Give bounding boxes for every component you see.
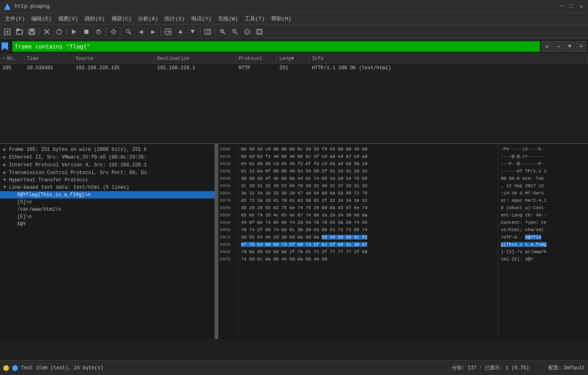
filter-apply-btn[interactable]: →	[553, 41, 564, 52]
menu-item-4[interactable]: 捕获(C)	[108, 13, 135, 24]
svg-marker-39	[2, 42, 8, 51]
tree-item-s[interactable]: [S]\n	[0, 199, 215, 206]
ascii-row-13: g{This_i s_a_f10g	[501, 241, 586, 248]
toolbar-reload-btn[interactable]	[53, 26, 65, 38]
menu-item-3[interactable]: 跳转(G)	[81, 13, 108, 24]
status-stats: 分组: 137 · 已显示: 1 (0.7%)	[452, 364, 529, 371]
status-dot-yellow	[3, 365, 9, 371]
menu-item-6[interactable]: 统计(S)	[161, 13, 188, 24]
menu-item-7[interactable]: 电话(Y)	[188, 13, 215, 24]
ascii-row-6: :14:36 G MT·Serv	[501, 190, 586, 197]
toolbar-close-file-btn[interactable]	[41, 26, 53, 38]
toolbar-prev-btn[interactable]: ◀	[135, 26, 147, 38]
col-header-len[interactable]: Leng▼	[277, 54, 309, 63]
filter-clear-btn[interactable]: ✕	[542, 41, 552, 52]
menu-item-2[interactable]: 视图(V)	[55, 13, 81, 24]
ascii-row-2: ···P··@·······P·	[501, 160, 586, 168]
hex-offset-0020: 0020	[220, 160, 237, 168]
toolbar-open-btn[interactable]	[14, 26, 25, 38]
ascii-row-3: ······HT TP/1.1 2	[501, 168, 586, 175]
cell-proto: HTTP	[236, 65, 277, 71]
col-header-dest[interactable]: Destination	[155, 54, 236, 63]
ascii-row-8: 8 (Ubunt u)·Cont	[501, 204, 586, 212]
tree-item-frame[interactable]: ▶ Frame 105: 251 bytes on wire (2008 bit…	[0, 146, 215, 153]
hex-offset-0050: 0050	[220, 182, 237, 190]
menu-item-9[interactable]: 工具(T)	[241, 13, 268, 24]
ascii-row-10: Content- Type: te	[501, 219, 586, 226]
tree-item-path[interactable]: /var/www/html\n	[0, 206, 215, 213]
cell-no: 105	[0, 65, 24, 71]
tree-label-http: Hypertext Transfer Protocol	[9, 177, 88, 183]
menu-item-0[interactable]: 文件(F)	[2, 13, 28, 24]
menu-item-1[interactable]: 编辑(E)	[28, 13, 55, 24]
hex-offset-0040: 0040	[220, 175, 237, 182]
menu-item-8[interactable]: 无线(W)	[215, 13, 241, 24]
tree-label-frame: Frame 105: 251 bytes on wire (2008 bits)…	[9, 147, 147, 152]
col-header-time[interactable]: Time	[24, 54, 73, 63]
toolbar-new-btn[interactable]	[2, 26, 13, 38]
toolbar-restart-btn[interactable]	[93, 26, 104, 38]
toolbar-start-btn[interactable]	[68, 26, 80, 38]
hex-row-8: 38 20 28 55 62 75 6e 74 75 29 0d 0a 43 6…	[241, 204, 496, 212]
tree-item-http[interactable]: ▼ Hypertext Transfer Protocol	[0, 176, 215, 184]
svg-rect-38	[258, 30, 261, 33]
tree-item-xaty[interactable]: X@Y	[0, 221, 215, 228]
toolbar-columns-btn[interactable]	[202, 26, 213, 38]
hex-panels: 0000 0010 0020 0030 0040 0050 0060 0070 …	[218, 144, 588, 339]
svg-point-15	[112, 30, 115, 33]
filter-input[interactable]	[12, 41, 540, 52]
toolbar-zoom-reset-btn[interactable]: 1:1	[241, 26, 253, 38]
ascii-row-9: ent-Leng th: 49··	[501, 212, 586, 219]
col-header-source[interactable]: Source	[73, 54, 155, 63]
title-bar: http.pcapng ─ □ ✕	[0, 0, 588, 13]
tree-item-ip[interactable]: ▶ Internet Protocol Version 4, Src: 192.…	[0, 161, 215, 169]
hex-row-11: 78 74 2f 68 74 6d 6c 3b 20 63 68 61 72 7…	[241, 226, 496, 234]
col-header-no[interactable]: + No.	[0, 54, 24, 63]
ascii-row-4: 00 OK·D ate: Tue	[501, 175, 586, 182]
svg-line-33	[235, 32, 237, 34]
toolbar-zoom-in-btn[interactable]	[217, 26, 228, 38]
ascii-row-12: =UTF-8·· X@Yfla	[501, 234, 586, 241]
tree-label-e: [E]\n	[17, 214, 32, 220]
hex-row-15: 74 6d 6c 0a 5b 45 5d 0a 58 40 59	[241, 256, 496, 263]
table-row[interactable]: 105 20.538401 192.168.228.135 192.168.22…	[0, 64, 588, 73]
menu-item-5[interactable]: 分析(A)	[135, 13, 161, 24]
toolbar-down-btn[interactable]: ▼	[187, 26, 198, 38]
maximize-button[interactable]: □	[570, 3, 573, 10]
tree-label-path: /var/www/html\n	[17, 207, 61, 212]
tree-item-flag[interactable]: X@Yflag{This_is_a_f10g}\n	[0, 191, 215, 199]
toolbar-fullscreen-btn[interactable]	[254, 26, 265, 38]
toolbar-up-btn[interactable]: ▲	[175, 26, 186, 38]
toolbar-save-btn[interactable]	[26, 26, 37, 38]
tree-toggle-linebased: ▼	[3, 185, 9, 190]
ascii-row-11: xt/html; charset	[501, 226, 586, 234]
toolbar-stop-btn[interactable]	[81, 26, 92, 38]
filter-actions: ✕ → ▼ +	[542, 41, 586, 52]
hex-row-7: 65 72 3a 20 41 70 61 63 68 65 2f 32 2e 3…	[241, 197, 496, 204]
menu-item-10[interactable]: 帮助(H)	[268, 13, 294, 24]
close-button[interactable]: ✕	[580, 3, 583, 10]
tree-item-e[interactable]: [E]\n	[0, 213, 215, 221]
toolbar-options-btn[interactable]	[108, 26, 119, 38]
tree-item-ethernet[interactable]: ▶ Ethernet II, Src: VMware_35:f9:e5 (00:…	[0, 153, 215, 161]
tree-label-ethernet: Ethernet II, Src: VMware_35:f9:e5 (00:0c…	[9, 154, 147, 160]
menu-bar: 文件(F)编辑(E)视图(V)跳转(G)捕获(C)分析(A)统计(S)电话(Y)…	[0, 13, 588, 24]
tree-item-tcp[interactable]: ▶ Transmission Control Protocol, Src Por…	[0, 169, 215, 176]
filter-dropdown-btn[interactable]: ▼	[564, 41, 575, 52]
cell-len: 251	[277, 65, 309, 71]
minimize-button[interactable]: ─	[560, 3, 563, 10]
filter-bookmark-icon	[2, 42, 10, 51]
filter-add-btn[interactable]: +	[576, 41, 586, 52]
toolbar-next-btn[interactable]: ▶	[147, 26, 159, 38]
col-header-proto[interactable]: Protocol	[236, 54, 277, 63]
hex-row-3: 01 12 ba 0f 00 00 48 54 54 50 2f 31 2e 3…	[241, 168, 496, 175]
packet-rows: 105 20.538401 192.168.228.135 192.168.22…	[0, 64, 588, 73]
tree-toggle-tcp: ▶	[3, 170, 9, 176]
col-header-info[interactable]: Info	[309, 54, 588, 63]
toolbar-search-btn[interactable]	[123, 26, 134, 38]
toolbar-goto-btn[interactable]	[162, 26, 174, 38]
hex-row-1: 00 ed 83 f1 40 00 40 06 6c 3f c0 a8 e4 8…	[241, 153, 496, 160]
tree-item-linebased[interactable]: ▼ Line-based text data: text/html (5 lin…	[0, 184, 215, 191]
toolbar-zoom-out-btn[interactable]	[229, 26, 241, 38]
ascii-row-7: er: Apac he/2.4.1	[501, 197, 586, 204]
